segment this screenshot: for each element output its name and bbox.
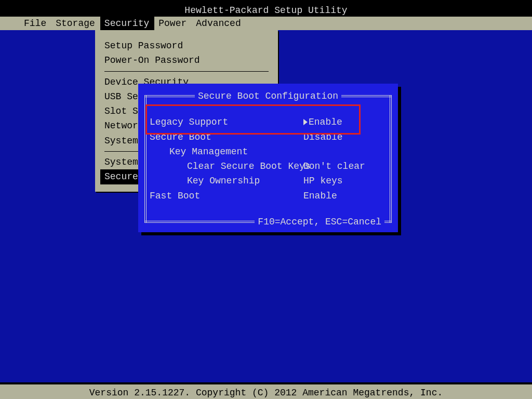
menu-power[interactable]: Power: [154, 16, 192, 31]
menu-storage[interactable]: Storage: [51, 16, 100, 31]
menu-security[interactable]: Security: [100, 16, 154, 31]
opt-label: Legacy Support: [150, 116, 303, 128]
opt-clear-keys[interactable]: Clear Secure Boot Keys Don't clear: [150, 159, 389, 174]
opt-label: Secure Boot: [150, 131, 303, 143]
dd-setup-password[interactable]: Setup Password: [100, 38, 273, 53]
dd-poweron-password[interactable]: Power-On Password: [100, 53, 273, 68]
opt-key-management: Key Management: [150, 144, 389, 159]
opt-label: Fast Boot: [150, 190, 303, 202]
menubar: File Storage Security Power Advanced: [0, 17, 532, 30]
menu-file[interactable]: File: [20, 16, 51, 31]
opt-secure-boot[interactable]: Secure Boot Disable: [150, 130, 389, 144]
dd-divider: [104, 71, 269, 72]
opt-label: Key Ownership: [150, 175, 303, 187]
opt-value: Don't clear: [303, 160, 365, 172]
secure-boot-dialog: Secure Boot Configuration Legacy Support…: [138, 84, 398, 232]
opt-value: Enable: [303, 190, 337, 202]
footer-version: Version 2.15.1227. Copyright (C) 2012 Am…: [0, 384, 532, 399]
dialog-title: Secure Boot Configuration: [195, 90, 341, 102]
opt-key-ownership[interactable]: Key Ownership HP keys: [150, 174, 389, 188]
opt-label: Clear Secure Boot Keys: [150, 160, 303, 172]
opt-value: Disable: [303, 131, 343, 143]
menu-advanced[interactable]: Advanced: [192, 16, 246, 31]
opt-value: HP keys: [303, 175, 343, 187]
pointer-icon: [303, 119, 308, 125]
opt-label: Key Management: [150, 145, 303, 158]
app-title: Hewlett-Packard Setup Utility: [0, 3, 532, 17]
opt-legacy-support[interactable]: Legacy Support Enable: [150, 115, 389, 129]
opt-fast-boot[interactable]: Fast Boot Enable: [150, 189, 389, 203]
dialog-footer-hint: F10=Accept, ESC=Cancel: [255, 216, 384, 228]
opt-value: Enable: [303, 116, 342, 128]
